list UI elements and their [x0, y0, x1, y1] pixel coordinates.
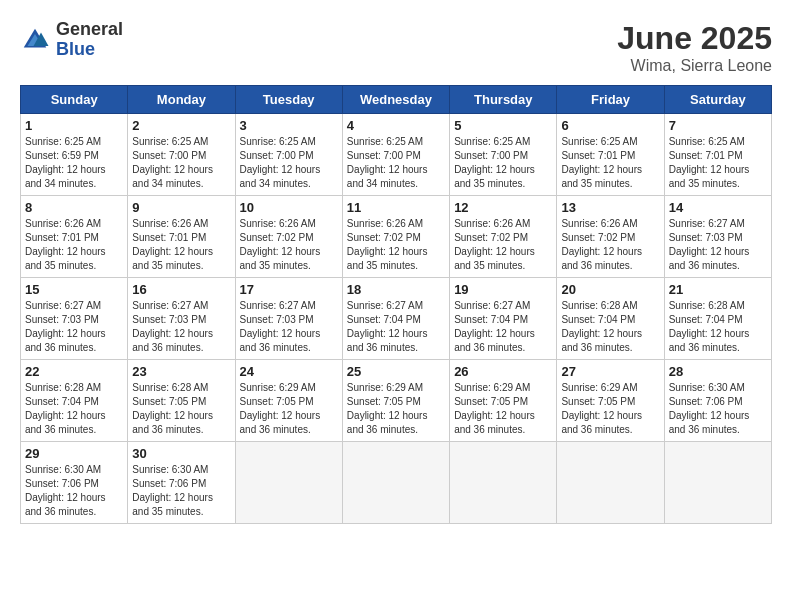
day-detail: Sunrise: 6:25 AMSunset: 7:00 PMDaylight:… — [347, 135, 445, 191]
header-row: SundayMondayTuesdayWednesdayThursdayFrid… — [21, 86, 772, 114]
day-cell-30: 30Sunrise: 6:30 AMSunset: 7:06 PMDayligh… — [128, 442, 235, 524]
day-number: 29 — [25, 446, 123, 461]
logo-general-text: General — [56, 20, 123, 40]
day-cell-15: 15Sunrise: 6:27 AMSunset: 7:03 PMDayligh… — [21, 278, 128, 360]
location-title: Wima, Sierra Leone — [617, 57, 772, 75]
day-cell-11: 11Sunrise: 6:26 AMSunset: 7:02 PMDayligh… — [342, 196, 449, 278]
header-day-wednesday: Wednesday — [342, 86, 449, 114]
day-number: 4 — [347, 118, 445, 133]
day-number: 10 — [240, 200, 338, 215]
day-detail: Sunrise: 6:28 AMSunset: 7:04 PMDaylight:… — [25, 381, 123, 437]
day-detail: Sunrise: 6:27 AMSunset: 7:04 PMDaylight:… — [347, 299, 445, 355]
day-detail: Sunrise: 6:30 AMSunset: 7:06 PMDaylight:… — [132, 463, 230, 519]
month-title: June 2025 — [617, 20, 772, 57]
day-detail: Sunrise: 6:29 AMSunset: 7:05 PMDaylight:… — [347, 381, 445, 437]
header-day-friday: Friday — [557, 86, 664, 114]
day-detail: Sunrise: 6:26 AMSunset: 7:01 PMDaylight:… — [25, 217, 123, 273]
header-day-tuesday: Tuesday — [235, 86, 342, 114]
day-number: 1 — [25, 118, 123, 133]
day-cell-14: 14Sunrise: 6:27 AMSunset: 7:03 PMDayligh… — [664, 196, 771, 278]
day-cell-18: 18Sunrise: 6:27 AMSunset: 7:04 PMDayligh… — [342, 278, 449, 360]
day-detail: Sunrise: 6:28 AMSunset: 7:04 PMDaylight:… — [561, 299, 659, 355]
day-number: 30 — [132, 446, 230, 461]
day-number: 20 — [561, 282, 659, 297]
day-number: 14 — [669, 200, 767, 215]
logo-blue-text: Blue — [56, 40, 123, 60]
empty-cell — [557, 442, 664, 524]
day-cell-2: 2Sunrise: 6:25 AMSunset: 7:00 PMDaylight… — [128, 114, 235, 196]
day-cell-17: 17Sunrise: 6:27 AMSunset: 7:03 PMDayligh… — [235, 278, 342, 360]
day-number: 19 — [454, 282, 552, 297]
day-detail: Sunrise: 6:25 AMSunset: 7:01 PMDaylight:… — [669, 135, 767, 191]
day-number: 15 — [25, 282, 123, 297]
calendar-week-1: 8Sunrise: 6:26 AMSunset: 7:01 PMDaylight… — [21, 196, 772, 278]
day-number: 5 — [454, 118, 552, 133]
day-detail: Sunrise: 6:27 AMSunset: 7:04 PMDaylight:… — [454, 299, 552, 355]
day-cell-5: 5Sunrise: 6:25 AMSunset: 7:00 PMDaylight… — [450, 114, 557, 196]
day-number: 12 — [454, 200, 552, 215]
logo-icon — [20, 25, 50, 55]
day-number: 13 — [561, 200, 659, 215]
day-detail: Sunrise: 6:26 AMSunset: 7:02 PMDaylight:… — [347, 217, 445, 273]
day-number: 11 — [347, 200, 445, 215]
header-day-saturday: Saturday — [664, 86, 771, 114]
day-detail: Sunrise: 6:25 AMSunset: 7:01 PMDaylight:… — [561, 135, 659, 191]
day-cell-8: 8Sunrise: 6:26 AMSunset: 7:01 PMDaylight… — [21, 196, 128, 278]
day-cell-7: 7Sunrise: 6:25 AMSunset: 7:01 PMDaylight… — [664, 114, 771, 196]
day-cell-28: 28Sunrise: 6:30 AMSunset: 7:06 PMDayligh… — [664, 360, 771, 442]
day-detail: Sunrise: 6:27 AMSunset: 7:03 PMDaylight:… — [669, 217, 767, 273]
day-detail: Sunrise: 6:30 AMSunset: 7:06 PMDaylight:… — [25, 463, 123, 519]
day-detail: Sunrise: 6:28 AMSunset: 7:04 PMDaylight:… — [669, 299, 767, 355]
day-detail: Sunrise: 6:26 AMSunset: 7:02 PMDaylight:… — [561, 217, 659, 273]
header-day-monday: Monday — [128, 86, 235, 114]
logo: General Blue — [20, 20, 123, 60]
day-cell-27: 27Sunrise: 6:29 AMSunset: 7:05 PMDayligh… — [557, 360, 664, 442]
calendar-week-4: 29Sunrise: 6:30 AMSunset: 7:06 PMDayligh… — [21, 442, 772, 524]
day-detail: Sunrise: 6:29 AMSunset: 7:05 PMDaylight:… — [454, 381, 552, 437]
calendar-week-3: 22Sunrise: 6:28 AMSunset: 7:04 PMDayligh… — [21, 360, 772, 442]
day-detail: Sunrise: 6:27 AMSunset: 7:03 PMDaylight:… — [132, 299, 230, 355]
day-cell-24: 24Sunrise: 6:29 AMSunset: 7:05 PMDayligh… — [235, 360, 342, 442]
day-number: 26 — [454, 364, 552, 379]
day-number: 6 — [561, 118, 659, 133]
day-detail: Sunrise: 6:27 AMSunset: 7:03 PMDaylight:… — [25, 299, 123, 355]
header-day-sunday: Sunday — [21, 86, 128, 114]
day-detail: Sunrise: 6:25 AMSunset: 6:59 PMDaylight:… — [25, 135, 123, 191]
day-cell-25: 25Sunrise: 6:29 AMSunset: 7:05 PMDayligh… — [342, 360, 449, 442]
day-number: 24 — [240, 364, 338, 379]
day-cell-20: 20Sunrise: 6:28 AMSunset: 7:04 PMDayligh… — [557, 278, 664, 360]
day-number: 27 — [561, 364, 659, 379]
day-cell-21: 21Sunrise: 6:28 AMSunset: 7:04 PMDayligh… — [664, 278, 771, 360]
calendar-week-0: 1Sunrise: 6:25 AMSunset: 6:59 PMDaylight… — [21, 114, 772, 196]
day-number: 23 — [132, 364, 230, 379]
day-detail: Sunrise: 6:30 AMSunset: 7:06 PMDaylight:… — [669, 381, 767, 437]
header: General Blue June 2025 Wima, Sierra Leon… — [20, 20, 772, 75]
day-cell-26: 26Sunrise: 6:29 AMSunset: 7:05 PMDayligh… — [450, 360, 557, 442]
day-cell-4: 4Sunrise: 6:25 AMSunset: 7:00 PMDaylight… — [342, 114, 449, 196]
day-detail: Sunrise: 6:25 AMSunset: 7:00 PMDaylight:… — [454, 135, 552, 191]
day-cell-9: 9Sunrise: 6:26 AMSunset: 7:01 PMDaylight… — [128, 196, 235, 278]
logo-text: General Blue — [56, 20, 123, 60]
calendar-table: SundayMondayTuesdayWednesdayThursdayFrid… — [20, 85, 772, 524]
calendar-week-2: 15Sunrise: 6:27 AMSunset: 7:03 PMDayligh… — [21, 278, 772, 360]
calendar-body: 1Sunrise: 6:25 AMSunset: 6:59 PMDaylight… — [21, 114, 772, 524]
empty-cell — [450, 442, 557, 524]
day-cell-23: 23Sunrise: 6:28 AMSunset: 7:05 PMDayligh… — [128, 360, 235, 442]
day-cell-22: 22Sunrise: 6:28 AMSunset: 7:04 PMDayligh… — [21, 360, 128, 442]
day-number: 25 — [347, 364, 445, 379]
day-number: 17 — [240, 282, 338, 297]
day-cell-19: 19Sunrise: 6:27 AMSunset: 7:04 PMDayligh… — [450, 278, 557, 360]
day-number: 21 — [669, 282, 767, 297]
day-detail: Sunrise: 6:29 AMSunset: 7:05 PMDaylight:… — [240, 381, 338, 437]
day-cell-1: 1Sunrise: 6:25 AMSunset: 6:59 PMDaylight… — [21, 114, 128, 196]
day-cell-10: 10Sunrise: 6:26 AMSunset: 7:02 PMDayligh… — [235, 196, 342, 278]
day-detail: Sunrise: 6:26 AMSunset: 7:01 PMDaylight:… — [132, 217, 230, 273]
day-number: 18 — [347, 282, 445, 297]
empty-cell — [235, 442, 342, 524]
day-cell-13: 13Sunrise: 6:26 AMSunset: 7:02 PMDayligh… — [557, 196, 664, 278]
empty-cell — [664, 442, 771, 524]
day-number: 9 — [132, 200, 230, 215]
day-number: 2 — [132, 118, 230, 133]
day-number: 28 — [669, 364, 767, 379]
day-cell-16: 16Sunrise: 6:27 AMSunset: 7:03 PMDayligh… — [128, 278, 235, 360]
